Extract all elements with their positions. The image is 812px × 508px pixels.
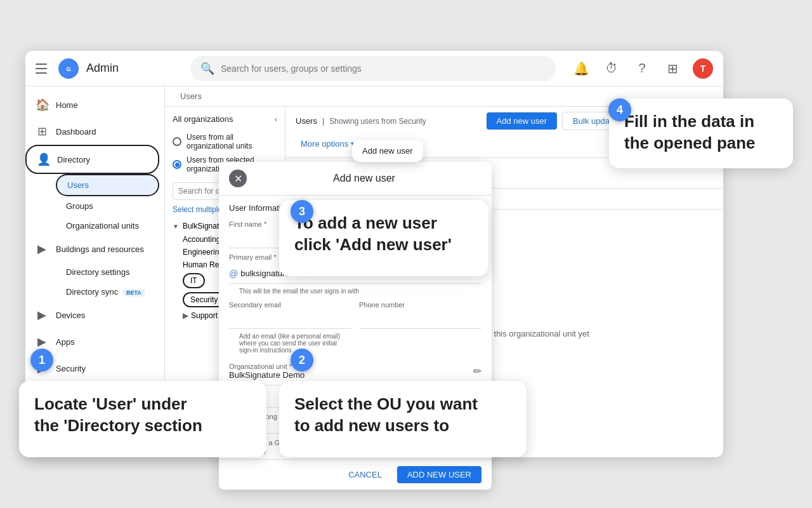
- add-user-submit-button[interactable]: ADD NEW USER: [397, 466, 481, 483]
- sidebar-label-security: Security: [56, 364, 86, 373]
- search-input[interactable]: [221, 64, 546, 74]
- sidebar-sub-directory2: Directory settings Directory sync BETA: [25, 262, 164, 302]
- topbar: G Admin 🔍 🔔 ⏱ ? ⊞ T: [25, 51, 723, 86]
- secondary-row: Secondary email Add an email (like a per…: [219, 298, 492, 358]
- secondary-email-hint: Add an email (like a personal email) whe…: [229, 331, 351, 355]
- add-new-user-button[interactable]: Add new user: [487, 112, 558, 130]
- sidebar-label-buildings: Buildings and resources: [56, 244, 144, 254]
- avatar[interactable]: T: [693, 58, 713, 79]
- radio-all-units[interactable]: Users from all organizational units: [173, 130, 277, 153]
- expand-icon-apps: ▶: [36, 335, 48, 349]
- step1-bubble: 1: [30, 349, 53, 371]
- sidebar-item-directory[interactable]: 👤 Directory: [25, 145, 159, 174]
- home-icon: 🏠: [36, 98, 48, 112]
- sidebar-item-groups[interactable]: Groups: [56, 196, 159, 216]
- sidebar-label-dir-settings: Directory settings: [66, 267, 129, 277]
- sidebar-item-buildings[interactable]: ▶ Buildings and resources: [25, 236, 159, 262]
- users-label: Users: [296, 116, 317, 126]
- phone-label: Phone number: [359, 301, 481, 309]
- notifications-icon[interactable]: 🔔: [571, 58, 591, 79]
- phone-field: Phone number: [359, 301, 481, 355]
- expand-icon-buildings: ▶: [36, 242, 48, 256]
- panel-header: ✕ Add new user: [219, 162, 492, 196]
- step3-bubble: 3: [291, 200, 313, 223]
- add-user-tooltip: Add new user: [352, 140, 423, 162]
- apps-grid-icon[interactable]: ⊞: [662, 58, 683, 79]
- sidebar-label-devices: Devices: [56, 311, 85, 320]
- step4-callout: Fill in the data inthe opened pane: [609, 98, 793, 168]
- google-logo: G: [58, 58, 79, 79]
- search-bar[interactable]: 🔍: [190, 56, 556, 81]
- close-panel-button[interactable]: ✕: [229, 170, 247, 187]
- secondary-email-label: Secondary email: [229, 301, 351, 309]
- clock-icon[interactable]: ⏱: [601, 58, 622, 79]
- step4-bubble: 4: [608, 98, 631, 121]
- ou-value: BulkSignature Demo: [229, 370, 304, 380]
- secondary-email-field: Secondary email Add an email (like a per…: [229, 301, 351, 355]
- step2-bubble: 2: [291, 349, 313, 371]
- sidebar-label-dashboard: Dashboard: [56, 127, 96, 137]
- more-options-button[interactable]: More options ▾: [296, 135, 360, 152]
- panel-title: Add new user: [333, 173, 395, 184]
- step1-text: Locate 'User' underthe 'Directory sectio…: [34, 394, 251, 437]
- sidebar-item-dir-sync[interactable]: Directory sync BETA: [56, 282, 159, 302]
- sidebar-item-dir-settings[interactable]: Directory settings: [56, 262, 159, 282]
- email-help-text: This will be the email the user signs in…: [229, 286, 481, 296]
- cancel-button[interactable]: CANCEL: [338, 466, 392, 483]
- beta-badge: BETA: [123, 289, 145, 297]
- step4-text: Fill in the data inthe opened pane: [624, 111, 778, 154]
- sidebar-label-groups: Groups: [66, 201, 93, 211]
- at-icon: @: [229, 269, 238, 279]
- radio-selected-circle: [173, 160, 181, 169]
- radio-all-circle: [173, 137, 181, 146]
- dashboard-icon: ⊞: [36, 124, 48, 138]
- hamburger-menu[interactable]: [36, 61, 51, 76]
- secondary-email-input[interactable]: [229, 311, 351, 329]
- step2-callout: Select the OU you wantto add new users t…: [279, 381, 527, 457]
- sidebar-item-home[interactable]: 🏠 Home: [25, 91, 159, 118]
- sidebar-item-dashboard[interactable]: ⊞ Dashboard: [25, 118, 159, 145]
- step1-callout: Locate 'User' underthe 'Directory sectio…: [19, 381, 266, 457]
- expand-icon-devices: ▶: [36, 308, 48, 322]
- svg-text:G: G: [66, 65, 71, 72]
- sidebar-sub-directory: Users Groups Organizational units: [25, 174, 164, 236]
- search-icon: 🔍: [200, 62, 214, 76]
- topbar-left: G Admin: [36, 58, 175, 79]
- ou-edit-icon[interactable]: ✏: [473, 365, 481, 377]
- phone-input[interactable]: [359, 311, 481, 329]
- org-collapse-icon[interactable]: ‹: [275, 114, 277, 124]
- step3-text: To add a new userclick 'Add new user': [294, 213, 473, 256]
- it-highlight: IT: [183, 273, 205, 288]
- sidebar-item-org-units[interactable]: Organizational units: [56, 216, 159, 236]
- step2-text: Select the OU you wantto add new users t…: [294, 394, 511, 437]
- directory-icon: 👤: [37, 152, 49, 166]
- separator-pipe: |: [322, 117, 324, 126]
- sidebar-label-users: Users: [67, 180, 89, 190]
- sidebar-item-devices[interactable]: ▶ Devices: [25, 302, 159, 328]
- app-title: Admin: [86, 62, 119, 75]
- sidebar-label-org-units: Organizational units: [66, 221, 139, 231]
- panel-footer: CANCEL ADD NEW USER: [219, 459, 492, 490]
- showing-label: Showing users from Security: [329, 117, 426, 126]
- chevron-down-icon: ▼: [173, 223, 179, 230]
- sidebar-label-dir-sync: Directory sync: [66, 287, 118, 297]
- sidebar-label-home: Home: [56, 100, 78, 110]
- help-icon[interactable]: ?: [632, 58, 652, 79]
- topbar-right: 🔔 ⏱ ? ⊞ T: [571, 58, 713, 79]
- chevron-right-icon: ▶: [183, 311, 188, 320]
- sidebar-item-users[interactable]: Users: [56, 174, 159, 196]
- sidebar-label-directory: Directory: [57, 155, 90, 164]
- sidebar-label-apps: Apps: [56, 337, 75, 347]
- org-panel-title: All organizations ‹: [173, 114, 277, 124]
